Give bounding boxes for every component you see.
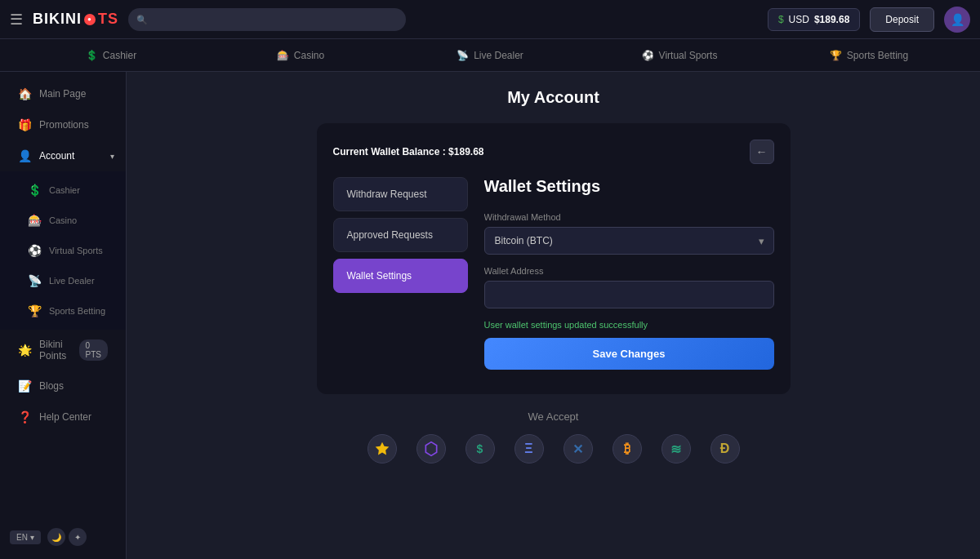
sub-navigation: 💲 Cashier 🎰 Casino 📡 Live Dealer ⚽ Virtu… — [0, 39, 980, 72]
svg-marker-0 — [375, 442, 389, 455]
crypto-icon-bitcoin: ₿ — [612, 434, 642, 464]
sidebar-item-account[interactable]: 👤 Account ▾ — [5, 141, 121, 171]
wallet-settings-title: Wallet Settings — [484, 177, 774, 196]
back-button[interactable]: ← — [750, 140, 774, 164]
sidebar-promotions-label: Promotions — [39, 119, 89, 131]
main-content: My Account Current Wallet Balance : $189… — [127, 72, 980, 559]
sidebar-bottom: EN ▾ 🌙 ✦ — [0, 521, 126, 552]
wallet-settings-button[interactable]: Wallet Settings — [333, 259, 468, 293]
wallet-balance-value: $189.68 — [448, 146, 483, 157]
subnav-virtual-sports[interactable]: ⚽ Virtual Sports — [585, 39, 774, 71]
wallet-address-input[interactable] — [484, 281, 774, 308]
lang-icons: 🌙 ✦ — [47, 528, 87, 546]
sidebar-casino-label: Casino — [49, 215, 77, 225]
wallet-menu: Withdraw Request Approved Requests Walle… — [333, 177, 468, 293]
sidebar-item-bikini-points[interactable]: 🌟 Bikini Points 0 PTS — [5, 331, 121, 370]
withdrawal-method-group: Withdrawal Method Bitcoin (BTC) Ethereum… — [484, 212, 774, 255]
sidebar-item-sports-betting[interactable]: 🏆 Sports Betting — [5, 296, 121, 326]
main-layout: 🏠 Main Page 🎁 Promotions 👤 Account ▾ 💲 C… — [0, 72, 980, 559]
crypto-icon-polygon — [416, 434, 446, 464]
crypto-icon-usdt: $ — [466, 434, 495, 464]
settings-icon-button[interactable]: ✦ — [69, 528, 87, 546]
promotions-icon: 🎁 — [18, 118, 31, 131]
sidebar-item-casino[interactable]: 🎰 Casino — [5, 206, 121, 235]
sidebar-item-promotions[interactable]: 🎁 Promotions — [5, 110, 121, 140]
sidebar-submenu-account: 💲 Cashier 🎰 Casino ⚽ Virtual Sports 📡 Li… — [0, 171, 126, 330]
subnav-sports-betting[interactable]: 🏆 Sports Betting — [774, 39, 964, 71]
home-icon: 🏠 — [18, 87, 31, 100]
currency-label: USD — [789, 14, 809, 25]
help-icon: ❓ — [18, 410, 31, 424]
search-wrapper — [128, 8, 406, 31]
sidebar-live-dealer-label: Live Dealer — [49, 276, 95, 286]
lang-chevron-icon: ▾ — [30, 533, 34, 542]
logo: BIKINI●TS — [33, 11, 118, 28]
page-title: My Account — [143, 88, 964, 107]
subnav-live-dealer-label: Live Dealer — [474, 50, 523, 61]
sidebar-item-cashier[interactable]: 💲 Cashier — [5, 175, 121, 205]
crypto-icon-ethereum: Ξ — [514, 434, 544, 464]
sidebar-item-live-dealer[interactable]: 📡 Live Dealer — [5, 266, 121, 295]
subnav-sports-betting-label: Sports Betting — [847, 50, 908, 61]
avatar[interactable]: 👤 — [944, 7, 970, 33]
wallet-settings-panel: Wallet Settings Withdrawal Method Bitcoi… — [484, 177, 774, 378]
account-icon: 👤 — [18, 149, 31, 162]
sidebar-help-label: Help Center — [39, 411, 91, 423]
sidebar-account-label: Account — [39, 150, 74, 162]
sidebar-sports-betting-label: Sports Betting — [49, 306, 105, 316]
live-dealer-icon: 📡 — [457, 50, 469, 61]
sidebar-main-page-label: Main Page — [39, 88, 86, 100]
sidebar-lang: EN ▾ 🌙 ✦ — [0, 521, 126, 552]
svg-marker-1 — [425, 442, 436, 456]
withdraw-request-button[interactable]: Withdraw Request — [333, 177, 468, 211]
subnav-live-dealer[interactable]: 📡 Live Dealer — [395, 39, 585, 71]
bikini-points-icon: 🌟 — [18, 344, 31, 357]
crypto-icon-xrp: ✕ — [564, 434, 593, 464]
sports-betting-icon: 🏆 — [830, 50, 842, 61]
subnav-cashier[interactable]: 💲 Cashier — [16, 39, 206, 71]
wallet-balance: Current Wallet Balance : $189.68 — [333, 146, 484, 157]
casino-sidebar-icon: 🎰 — [28, 214, 41, 227]
crypto-icon-dogecoin: Ð — [710, 434, 740, 464]
currency-icon: $ — [778, 14, 784, 25]
hamburger-menu[interactable]: ☰ — [10, 11, 23, 29]
approved-requests-button[interactable]: Approved Requests — [333, 218, 468, 252]
lang-label: EN — [16, 533, 28, 542]
sidebar-virtual-sports-label: Virtual Sports — [49, 246, 103, 255]
language-button[interactable]: EN ▾ — [10, 530, 41, 544]
wallet-address-group: Wallet Address — [484, 266, 774, 308]
casino-icon: 🎰 — [277, 50, 289, 61]
subnav-casino[interactable]: 🎰 Casino — [206, 39, 395, 71]
balance-display: $189.68 — [814, 14, 849, 25]
logo-slots: TS — [98, 11, 118, 28]
cashier-sidebar-icon: 💲 — [28, 184, 41, 197]
virtual-sports-icon: ⚽ — [642, 50, 654, 61]
sidebar-item-virtual-sports[interactable]: ⚽ Virtual Sports — [5, 236, 121, 265]
search-input[interactable] — [128, 8, 406, 31]
success-message: User wallet settings updated successfull… — [484, 320, 774, 330]
deposit-button[interactable]: Deposit — [870, 7, 934, 32]
sidebar-item-main-page[interactable]: 🏠 Main Page — [5, 79, 121, 109]
currency-badge: $ USD $189.68 — [768, 8, 860, 31]
withdrawal-method-label: Withdrawal Method — [484, 212, 774, 222]
crypto-icons: $ Ξ ✕ ₿ ≋ Ð — [143, 434, 964, 464]
subnav-cashier-label: Cashier — [103, 50, 136, 61]
withdrawal-method-select[interactable]: Bitcoin (BTC) Ethereum (ETH) Litecoin (L… — [484, 227, 774, 255]
chevron-down-icon: ▾ — [110, 152, 114, 161]
wallet-card-header: Current Wallet Balance : $189.68 ← — [333, 140, 774, 164]
save-changes-button[interactable]: Save Changes — [484, 338, 774, 370]
subnav-virtual-sports-label: Virtual Sports — [659, 50, 718, 61]
crypto-icon-binance — [368, 434, 397, 464]
subnav-casino-label: Casino — [294, 50, 324, 61]
wallet-card: Current Wallet Balance : $189.68 ← Withd… — [317, 123, 791, 394]
we-accept-label: We Accept — [143, 410, 964, 423]
sidebar-bikini-points-label: Bikini Points — [39, 339, 71, 362]
points-badge: 0 PTS — [79, 339, 108, 361]
theme-toggle-button[interactable]: 🌙 — [47, 528, 65, 546]
live-dealer-sidebar-icon: 📡 — [28, 274, 41, 287]
sidebar-cashier-label: Cashier — [49, 185, 80, 195]
sidebar-item-blogs[interactable]: 📝 Blogs — [5, 371, 121, 401]
sports-betting-sidebar-icon: 🏆 — [28, 304, 41, 317]
sidebar-item-help-center[interactable]: ❓ Help Center — [5, 402, 121, 432]
logo-icon: ● — [84, 14, 96, 25]
